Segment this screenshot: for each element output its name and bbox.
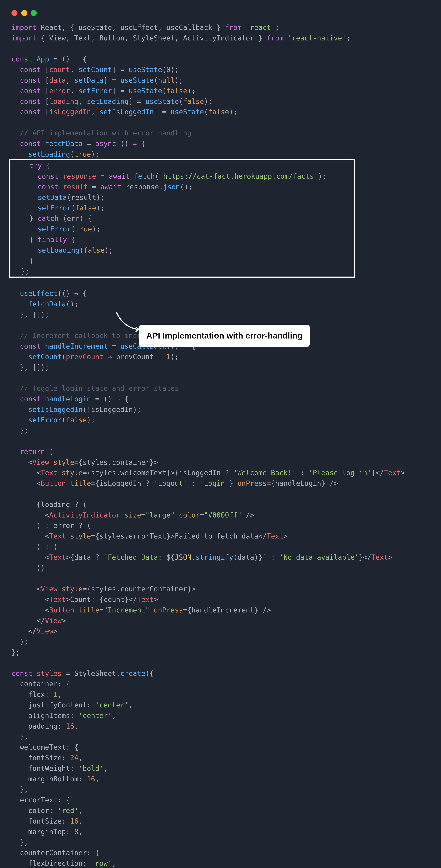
code-text: ={isLoggedIn ? [91,479,154,487]
highlighted-block: try { const response = await fetch('http… [9,159,355,278]
code-text: }, [11,785,28,793]
const: false [183,97,204,105]
kw-from: from [267,34,284,42]
num: 0 [166,66,171,73]
punct: . [192,553,196,561]
punct: , [78,817,83,825]
jsx-tag: View [37,627,53,635]
punct: ( [204,108,208,116]
punct: ( [179,97,183,105]
punct: ( [45,448,53,456]
punct: ] = [112,66,128,73]
code-text: }</ [371,469,384,477]
jsx-tag: View [41,585,58,593]
jsx-tag: Text [267,532,284,540]
str: "#0000ff" [204,511,242,519]
jsx-attr: style [62,585,83,593]
punct: (); [180,183,193,191]
kw-import: import [11,34,37,42]
punct: , [74,722,78,730]
jsx-attr: size [124,511,141,519]
kw-await: await [100,183,121,191]
str: 'https://cat-fact.herokuapp.com/facts' [159,172,318,180]
fn: setIsLoggedIn [28,406,83,413]
fn: stringify [196,553,233,561]
code-text: (() [58,289,74,298]
fn: setIsLoggedIn [99,108,154,116]
code-text: } [229,479,237,487]
str: 'react-native' [288,34,346,42]
var: loading [49,97,79,105]
punct: ( [154,76,158,84]
code-text: response. [121,183,163,191]
punct: , [104,764,108,772]
kw-const: const [20,395,41,403]
jsx-tag: Button [49,606,75,614]
num: 16 [66,722,74,730]
maximize-icon[interactable] [31,10,37,16]
minimize-icon[interactable] [21,10,27,16]
punct: , [128,701,133,709]
punct: , [70,66,78,73]
def: JSON [175,553,191,561]
code-text: color: [11,807,58,814]
punct: , [112,712,116,720]
punct: [ [41,66,49,73]
kw-async: async [95,140,116,148]
fn: create [120,670,145,677]
jsx-tag: Text [41,469,58,477]
jsx-attr: style [70,532,91,540]
jsx-tag: View [32,458,49,466]
var: styles [37,670,62,677]
kw-const: const [38,172,59,180]
kw-from: from [225,24,241,31]
close-icon[interactable] [11,10,18,16]
callout-label: API Implementation with error-handling [139,324,310,347]
arrow: ⇒ [74,289,78,298]
kw-import: import [11,24,37,31]
code-text: prevCount + [112,353,166,361]
punct: , [91,108,99,116]
code-text: fontWeight: [11,764,78,772]
comment: // API implementation with error handlin… [20,129,191,137]
punct: ); [171,66,179,73]
code-text: fontSize: [11,754,70,762]
code-text: }, [11,838,28,846]
kw-const: const [20,87,41,95]
code-text: }, [11,733,28,741]
fn: useState [145,97,179,105]
punct: , [112,859,116,867]
punct: } [258,553,263,561]
kw-try: try [29,162,42,169]
str: 'No data available' [279,553,359,561]
code-text: (data) [233,553,258,561]
code-text: ={handleLogin} /> [267,479,338,487]
punct: ; [275,24,279,31]
kw-finally: finally [38,236,67,244]
fn: setError [38,225,71,233]
str: 'bold' [78,764,104,772]
str: 'Logout' [154,479,187,487]
jsx-tag: Button [41,479,66,487]
arrow: ⇒ [74,55,78,63]
code-text: flex: [11,690,53,699]
code-text: padding: [11,722,66,730]
kw-const: const [20,140,41,148]
code-block: import React, { useState, useEffect, use… [5,19,436,868]
jsx-tag: View [45,617,62,625]
code-text: fontSize: [11,817,70,825]
str: 'row' [91,859,112,867]
jsx-attr: onPress [237,479,267,487]
kw-catch: catch [38,214,59,222]
str: ` [263,553,267,561]
jsx-tag: Text [137,595,154,603]
punct: ( [162,87,166,95]
str: "large" [145,511,175,519]
kw-const: const [20,97,41,105]
code-text: marginTop: [11,828,74,836]
fn: setCount [78,66,112,73]
code-text: /> [242,511,254,519]
const: false [66,416,87,424]
code-text: errorText: { [11,796,70,804]
fn: useState [128,87,162,95]
